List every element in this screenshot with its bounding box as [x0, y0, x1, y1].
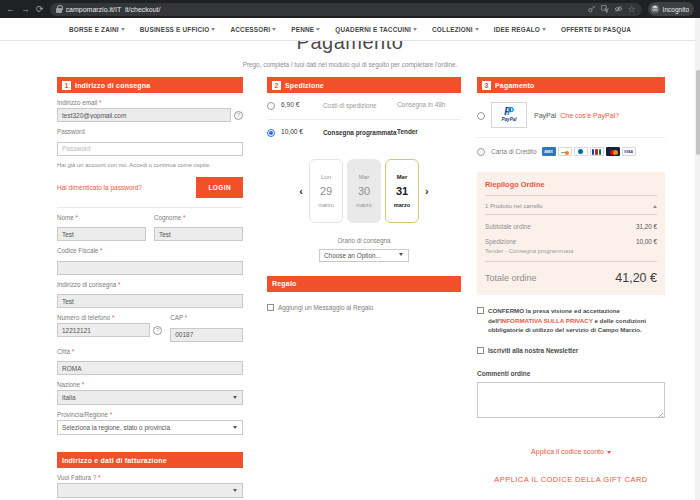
cognome-field[interactable]: [154, 227, 243, 241]
day-card-mer-31[interactable]: Mer 31 marzo: [385, 159, 419, 223]
payment-section: 3 Pagamento PP PayPal PayPal Che cos'è P…: [477, 77, 665, 484]
nome-field[interactable]: [57, 227, 146, 241]
password-field[interactable]: [57, 142, 243, 156]
password-label: Password: [57, 128, 243, 135]
nav-item-penne[interactable]: PENNE: [291, 26, 320, 33]
required-asterisk: *: [72, 348, 74, 355]
carousel-prev-icon[interactable]: ‹: [297, 185, 305, 197]
refresh-icon[interactable]: ⟳: [36, 0, 44, 18]
paypal-option-row[interactable]: PP PayPal PayPal Che cos'è PayPal?: [477, 93, 665, 138]
account-hint-text: Hai già un account con noi. Accedi o con…: [57, 162, 243, 168]
provincia-select[interactable]: Seleziona la regione, stato o provincia.: [57, 420, 243, 435]
radio-standard-shipping[interactable]: [267, 102, 275, 110]
delivery-section-header: 1 Indirizzo di consegna: [57, 77, 243, 93]
help-icon[interactable]: ?: [153, 326, 162, 335]
time-select[interactable]: Choose an Option...: [319, 249, 409, 262]
subtotal-row: Subtotale ordine 31,20 €: [485, 223, 657, 230]
chevron-down-icon: [607, 451, 611, 454]
discount-code-link[interactable]: Applica il codice sconto: [477, 448, 665, 455]
what-is-paypal-link[interactable]: Che cos'è PayPal?: [560, 112, 619, 119]
cart-items-row[interactable]: 1 Prodotto nel carrello: [485, 196, 657, 215]
day-month: marzo: [356, 202, 372, 208]
page-title: Pagamento: [0, 41, 700, 52]
privacy-checkbox[interactable]: [477, 307, 484, 314]
required-asterisk: *: [82, 381, 84, 388]
gift-message-checkbox-row[interactable]: Aggiungi un Messaggio al Regalo: [267, 303, 461, 313]
day-number: 31: [396, 185, 408, 197]
shipping-detail: Tender: [397, 128, 459, 135]
privacy-policy-link[interactable]: INFORMATIVA SULLA PRIVACY: [500, 317, 593, 324]
day-name: Mar: [359, 174, 369, 180]
citta-field[interactable]: [57, 361, 243, 375]
scrollbar-thumb[interactable]: [696, 70, 700, 155]
newsletter-checkbox[interactable]: [477, 347, 484, 354]
url-text[interactable]: campomarzio.it/IT_it/checkout/: [66, 6, 584, 13]
nazione-select[interactable]: Italia: [57, 390, 243, 405]
card-brand-icons: AMEX VISA: [542, 147, 636, 156]
address-bar[interactable]: campomarzio.it/IT_it/checkout/ ☆: [50, 3, 642, 16]
day-card-mar-30[interactable]: Mar 30 marzo: [347, 159, 381, 223]
help-icon[interactable]: ?: [234, 111, 243, 120]
giftcard-code-link[interactable]: APPLICA IL CODICE DELLA GIFT CARD: [477, 475, 665, 484]
shipping-cost-label: Spedizione: [485, 238, 516, 245]
required-asterisk: *: [76, 214, 78, 221]
credit-card-option-row[interactable]: Carta di Credito AMEX VISA: [477, 138, 665, 165]
page-scrollbar[interactable]: [695, 18, 700, 500]
radio-paypal[interactable]: [477, 112, 485, 120]
gift-message-label: Aggiungi un Messaggio al Regalo: [278, 303, 373, 313]
shipping-option-scheduled[interactable]: 10,00 € Consegna programmata Tender: [267, 120, 461, 146]
radio-scheduled-shipping[interactable]: [267, 129, 275, 137]
day-name: Mer: [397, 174, 408, 180]
bookmark-star-icon[interactable]: ☆: [628, 3, 636, 16]
nav-item-borse-e-zaini[interactable]: BORSE E ZAINI: [69, 26, 125, 33]
nav-item-business-e-ufficio[interactable]: BUSINESS E UFFICIO: [140, 26, 216, 33]
eye-off-icon[interactable]: [614, 5, 623, 13]
order-comments-textarea[interactable]: [477, 382, 665, 418]
forward-icon[interactable]: →: [21, 0, 30, 18]
translate-icon[interactable]: [601, 5, 609, 13]
citta-label: Città *: [57, 348, 243, 355]
login-button[interactable]: LOGIN: [196, 177, 243, 198]
order-summary-box: Riepilogo Ordine 1 Prodotto nel carrello…: [477, 172, 665, 295]
incognito-chip[interactable]: Incognito: [648, 2, 694, 16]
order-total-value: 41,20 €: [615, 271, 657, 285]
chevron-down-icon: [233, 489, 237, 492]
privacy-consent-row[interactable]: CONFERMO la presa visione ed accettazion…: [477, 306, 665, 335]
shipping-cost-row: Spedizione 10,00 €: [485, 238, 657, 245]
key-icon[interactable]: [588, 5, 596, 13]
radio-credit-card[interactable]: [477, 148, 485, 156]
newsletter-row[interactable]: Iscriviti alla nostra Newsletter: [477, 346, 665, 356]
required-asterisk: *: [185, 314, 187, 321]
discover-card-icon: [558, 147, 572, 156]
step-number-badge: 3: [482, 81, 491, 90]
email-field[interactable]: [57, 108, 231, 122]
shipping-option-standard[interactable]: 6,90 € Costi di spedizione Consegna in 4…: [267, 93, 461, 120]
nav-item-idee-regalo[interactable]: IDEE REGALO: [494, 26, 546, 33]
nav-item-accessori[interactable]: ACCESSORI: [230, 26, 276, 33]
indirizzo-field[interactable]: [57, 294, 243, 308]
carousel-next-icon[interactable]: ›: [423, 185, 431, 197]
shipping-detail: Consegna in 48h: [397, 101, 459, 108]
cap-field[interactable]: [170, 328, 243, 342]
newsletter-label: Iscriviti alla nostra Newsletter: [488, 346, 578, 356]
day-card-lun-29[interactable]: Lun 29 marzo: [309, 159, 343, 223]
required-asterisk: *: [100, 247, 102, 254]
fattura-select[interactable]: [57, 483, 243, 498]
omnibox-icons: ☆: [588, 3, 636, 16]
nav-item-quaderni-e-taccuini[interactable]: QUADERNI E TACCUINI: [335, 26, 417, 33]
nav-item-offerte-di-pasqua[interactable]: OFFERTE DI PASQUA: [561, 26, 631, 33]
gift-message-checkbox[interactable]: [267, 304, 274, 311]
nav-item-collezioni[interactable]: COLLEZIONI: [432, 26, 479, 33]
telefono-label: Numero di telefono *: [57, 314, 162, 321]
shipping-price: 6,90 €: [281, 101, 323, 108]
telefono-field[interactable]: [57, 323, 150, 337]
required-asterisk: *: [110, 411, 112, 418]
resize-handle[interactable]: [658, 413, 663, 418]
delivery-address-section: 1 Indirizzo di consegna Indirizzo email …: [57, 77, 243, 498]
order-total-row: Totale ordine 41,20 €: [485, 271, 657, 285]
required-asterisk: *: [99, 99, 101, 106]
forgot-password-link[interactable]: Hai dimenticato la password?: [57, 184, 142, 191]
chevron-down-icon: [399, 253, 403, 256]
back-icon[interactable]: ←: [6, 0, 15, 18]
codice-fiscale-field[interactable]: [57, 261, 243, 275]
